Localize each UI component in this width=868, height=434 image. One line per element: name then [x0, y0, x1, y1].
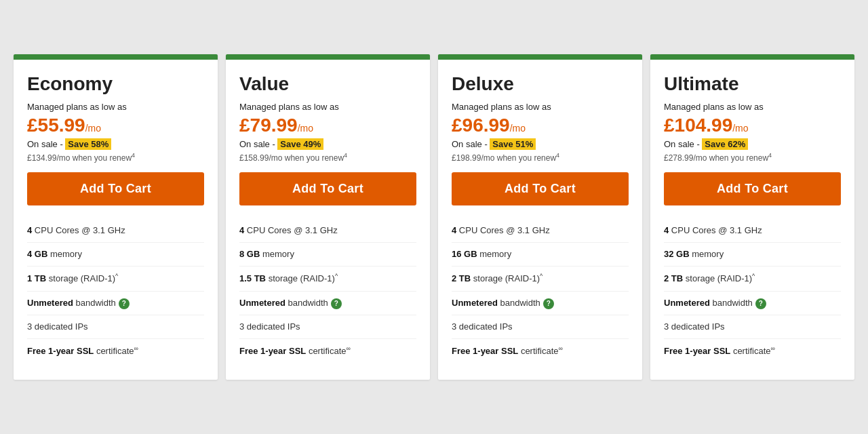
plan-name: Ultimate: [664, 73, 841, 95]
save-badge: Save 49%: [277, 138, 323, 150]
renew-line: £198.99/mo when you renew4: [452, 152, 629, 163]
feature-item-1: 32 GB memory: [664, 243, 841, 267]
features-list: 4 CPU Cores @ 3.1 GHz32 GB memory2 TB st…: [664, 219, 841, 363]
price-amount: £55.99: [27, 115, 85, 136]
feature-item-0: 4 CPU Cores @ 3.1 GHz: [239, 219, 416, 243]
sale-line: On sale - Save 62%: [664, 139, 841, 149]
feature-item-5: Free 1-year SSL certificate∞: [664, 339, 841, 363]
card-accent-bar: [14, 54, 218, 60]
renew-line: £158.99/mo when you renew4: [239, 152, 416, 163]
features-list: 4 CPU Cores @ 3.1 GHz4 GB memory1 TB sto…: [27, 219, 204, 363]
features-list: 4 CPU Cores @ 3.1 GHz16 GB memory2 TB st…: [452, 219, 629, 363]
plan-card-ultimate: UltimateManaged plans as low as£104.99/m…: [650, 54, 854, 380]
feature-item-4: 3 dedicated IPs: [27, 315, 204, 339]
sale-line: On sale - Save 49%: [239, 139, 416, 149]
price-line: £104.99/mo: [664, 115, 841, 136]
card-accent-bar: [438, 54, 642, 60]
feature-item-0: 4 CPU Cores @ 3.1 GHz: [452, 219, 629, 243]
help-icon[interactable]: ?: [331, 298, 342, 309]
renew-line: £278.99/mo when you renew4: [664, 152, 841, 163]
price-amount: £104.99: [664, 115, 732, 136]
feature-item-0: 4 CPU Cores @ 3.1 GHz: [27, 219, 204, 243]
feature-item-3: Unmetered bandwidth?: [452, 292, 629, 315]
help-icon[interactable]: ?: [755, 298, 766, 309]
feature-item-1: 16 GB memory: [452, 243, 629, 267]
managed-label: Managed plans as low as: [239, 102, 416, 112]
sale-line: On sale - Save 58%: [27, 139, 204, 149]
feature-item-5: Free 1-year SSL certificate∞: [452, 339, 629, 363]
feature-item-2: 1.5 TB storage (RAID-1)^: [239, 267, 416, 292]
feature-item-1: 4 GB memory: [27, 243, 204, 267]
save-badge: Save 62%: [702, 138, 748, 150]
price-line: £96.99/mo: [452, 115, 629, 136]
feature-item-3: Unmetered bandwidth?: [664, 292, 841, 315]
price-line: £55.99/mo: [27, 115, 204, 136]
feature-item-4: 3 dedicated IPs: [664, 315, 841, 339]
feature-item-4: 3 dedicated IPs: [239, 315, 416, 339]
save-badge: Save 58%: [65, 138, 111, 150]
pricing-cards: EconomyManaged plans as low as£55.99/moO…: [14, 54, 854, 380]
price-suffix: /mo: [510, 123, 526, 134]
features-list: 4 CPU Cores @ 3.1 GHz8 GB memory1.5 TB s…: [239, 219, 416, 363]
feature-item-5: Free 1-year SSL certificate∞: [239, 339, 416, 363]
price-line: £79.99/mo: [239, 115, 416, 136]
renew-line: £134.99/mo when you renew4: [27, 152, 204, 163]
price-amount: £96.99: [452, 115, 510, 136]
feature-item-2: 1 TB storage (RAID-1)^: [27, 267, 204, 292]
feature-item-4: 3 dedicated IPs: [452, 315, 629, 339]
price-amount: £79.99: [239, 115, 298, 136]
save-badge: Save 51%: [490, 138, 536, 150]
feature-item-3: Unmetered bandwidth?: [239, 292, 416, 315]
price-suffix: /mo: [732, 123, 748, 134]
managed-label: Managed plans as low as: [664, 102, 841, 112]
add-to-cart-economy[interactable]: Add To Cart: [27, 172, 204, 205]
price-suffix: /mo: [85, 123, 101, 134]
feature-item-2: 2 TB storage (RAID-1)^: [452, 267, 629, 292]
price-suffix: /mo: [298, 123, 313, 134]
managed-label: Managed plans as low as: [27, 102, 204, 112]
sale-line: On sale - Save 51%: [452, 139, 629, 149]
help-icon[interactable]: ?: [119, 298, 130, 309]
feature-item-3: Unmetered bandwidth?: [27, 292, 204, 315]
card-accent-bar: [226, 54, 430, 60]
plan-card-economy: EconomyManaged plans as low as£55.99/moO…: [14, 54, 218, 380]
plan-name: Economy: [27, 73, 204, 95]
plan-name: Deluxe: [452, 73, 629, 95]
feature-item-5: Free 1-year SSL certificate∞: [27, 339, 204, 363]
feature-item-2: 2 TB storage (RAID-1)^: [664, 267, 841, 292]
add-to-cart-deluxe[interactable]: Add To Cart: [452, 172, 629, 205]
add-to-cart-ultimate[interactable]: Add To Cart: [664, 172, 841, 205]
feature-item-1: 8 GB memory: [239, 243, 416, 267]
plan-card-value: ValueManaged plans as low as£79.99/moOn …: [226, 54, 430, 380]
add-to-cart-value[interactable]: Add To Cart: [239, 172, 416, 205]
managed-label: Managed plans as low as: [452, 102, 629, 112]
feature-item-0: 4 CPU Cores @ 3.1 GHz: [664, 219, 841, 243]
plan-name: Value: [239, 73, 416, 95]
card-accent-bar: [650, 54, 854, 60]
help-icon[interactable]: ?: [543, 298, 554, 309]
plan-card-deluxe: DeluxeManaged plans as low as£96.99/moOn…: [438, 54, 642, 380]
